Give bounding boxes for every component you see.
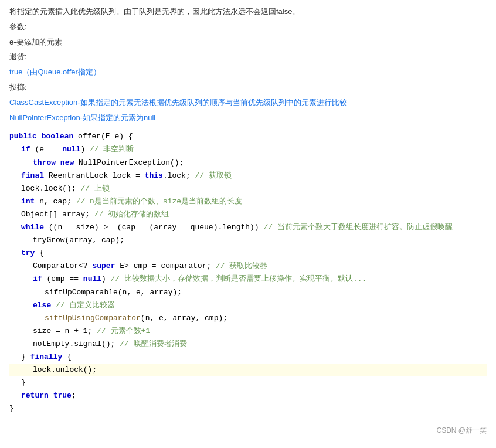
code-line-1: public boolean offer(E e) { <box>9 130 487 143</box>
footer: CSDN @舒一笑 <box>0 422 496 438</box>
code-line-10: try { <box>9 247 487 260</box>
params-label: 参数: <box>9 22 27 31</box>
code-line-19: lock.unlock(); <box>9 364 487 376</box>
code-line-22: } <box>9 402 487 415</box>
code-line-2: if (e == null) // 非空判断 <box>9 143 487 156</box>
code-line-13: siftUpComparable(n, e, array); <box>9 286 487 299</box>
doc-intro: 将指定的元素插入此优先级队列。由于队列是无界的，因此此方法永远不会返回false… <box>9 6 487 19</box>
code-line-18: } finally { <box>9 351 487 364</box>
code-line-5: lock.lock(); // 上锁 <box>9 182 487 195</box>
code-line-7: Object[] array; // 初始化存储的数组 <box>9 208 487 221</box>
code-line-9: tryGrow(array, cap); <box>9 234 487 247</box>
returns-label: 退货: <box>9 52 27 61</box>
code-line-15: siftUpUsingComparator(n, e, array, cmp); <box>9 312 487 325</box>
throw2-text: NullPointerException-如果指定的元素为null <box>9 113 155 122</box>
doc-returns-val: true（由Queue.offer指定） <box>9 66 487 79</box>
code-line-8: while ((n = size) >= (cap = (array = que… <box>9 221 487 234</box>
kw-boolean: boolean <box>42 130 74 143</box>
code-line-14: else // 自定义比较器 <box>9 299 487 312</box>
code-line-6: int n, cap; // n是当前元素的个数、size是当前数组的长度 <box>9 195 487 208</box>
code-line-21: return true; <box>9 389 487 402</box>
code-block: public boolean offer(E e) { if (e == nul… <box>9 129 487 416</box>
code-line-17: notEmpty.signal(); // 唤醒消费者消费 <box>9 338 487 351</box>
main-container: 将指定的元素插入此优先级队列。由于队列是无界的，因此此方法永远不会返回false… <box>0 0 496 422</box>
kw-public: public <box>9 130 37 143</box>
code-line-12: if (cmp == null) // 比较数据大小，存储数据，判断是否需要上移… <box>9 273 487 286</box>
throws-label: 投掷: <box>9 83 27 91</box>
code-line-20: } <box>9 376 487 389</box>
throw1-text: ClassCastException-如果指定的元素无法根据优先级队列的顺序与当… <box>9 98 347 107</box>
returns-val-text: true（由Queue.offer指定） <box>9 67 101 76</box>
param-e-text: e-要添加的元素 <box>9 38 62 46</box>
doc-throw2: NullPointerException-如果指定的元素为null <box>9 112 487 125</box>
footer-credit: CSDN @舒一笑 <box>436 426 487 436</box>
code-line-11: Comparator<? super E> cmp = comparator; … <box>9 260 487 273</box>
code-line-16: size = n + 1; // 元素个数+1 <box>9 325 487 338</box>
doc-params-label: 参数: <box>9 21 487 34</box>
doc-param-e: e-要添加的元素 <box>9 36 487 49</box>
doc-throw1: ClassCastException-如果指定的元素无法根据优先级队列的顺序与当… <box>9 97 487 110</box>
code-line-4: final ReentrantLock lock = this.lock; //… <box>9 169 487 182</box>
code-line-3: throw new NullPointerException(); <box>9 157 487 169</box>
doc-returns-label: 退货: <box>9 51 487 64</box>
doc-throws-label: 投掷: <box>9 82 487 94</box>
intro-text: 将指定的元素插入此优先级队列。由于队列是无界的，因此此方法永远不会返回false… <box>9 7 300 16</box>
